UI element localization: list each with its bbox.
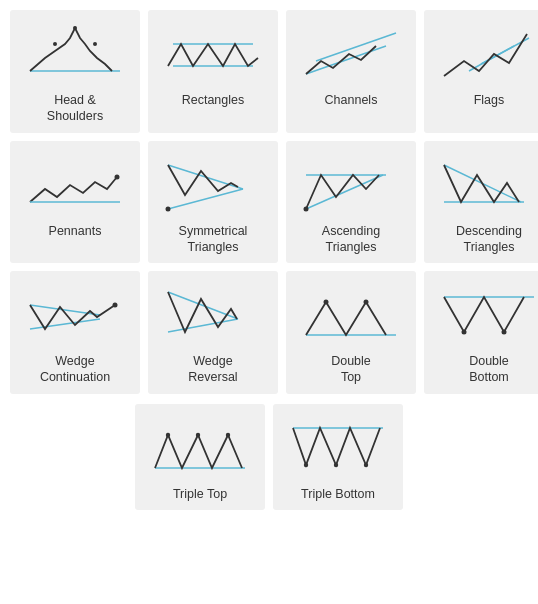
svg-line-16 bbox=[306, 175, 383, 209]
card-label-triple-bottom: Triple Bottom bbox=[301, 486, 375, 502]
ascending-triangles-icon bbox=[301, 147, 401, 217]
card-rectangles[interactable]: Rectangles bbox=[148, 10, 278, 133]
svg-point-29 bbox=[462, 330, 467, 335]
wedge-reversal-icon bbox=[163, 277, 263, 347]
card-channels[interactable]: Channels bbox=[286, 10, 416, 133]
card-label-wedge-continuation: WedgeContinuation bbox=[40, 353, 110, 386]
svg-line-24 bbox=[168, 319, 238, 332]
svg-point-38 bbox=[364, 462, 368, 466]
card-double-bottom[interactable]: DoubleBottom bbox=[424, 271, 538, 394]
rectangles-icon bbox=[163, 16, 263, 86]
card-label-descending-triangles: DescendingTriangles bbox=[456, 223, 522, 256]
svg-point-17 bbox=[304, 206, 309, 211]
head-shoulders-icon bbox=[25, 16, 125, 86]
card-label-double-bottom: DoubleBottom bbox=[469, 353, 509, 386]
svg-point-22 bbox=[113, 303, 118, 308]
card-label-symmetrical-triangles: SymmetricalTriangles bbox=[179, 223, 248, 256]
triple-top-icon bbox=[150, 410, 250, 480]
card-head-shoulders[interactable]: Head &Shoulders bbox=[10, 10, 140, 133]
wedge-continuation-icon bbox=[25, 277, 125, 347]
pennants-icon bbox=[25, 147, 125, 217]
svg-point-26 bbox=[324, 300, 329, 305]
card-label-flags: Flags bbox=[474, 92, 505, 108]
card-label-rectangles: Rectangles bbox=[182, 92, 245, 108]
symmetrical-triangles-icon bbox=[163, 147, 263, 217]
card-label-ascending-triangles: AscendingTriangles bbox=[322, 223, 380, 256]
svg-point-37 bbox=[334, 462, 338, 466]
card-label-double-top: DoubleTop bbox=[331, 353, 371, 386]
svg-point-10 bbox=[115, 174, 120, 179]
card-flags[interactable]: Flags bbox=[424, 10, 538, 133]
svg-point-32 bbox=[166, 432, 170, 436]
card-double-top[interactable]: DoubleTop bbox=[286, 271, 416, 394]
card-label-wedge-reversal: WedgeReversal bbox=[188, 353, 237, 386]
svg-point-14 bbox=[166, 206, 171, 211]
card-triple-top[interactable]: Triple Top bbox=[135, 404, 265, 510]
svg-point-34 bbox=[226, 432, 230, 436]
card-wedge-continuation[interactable]: WedgeContinuation bbox=[10, 271, 140, 394]
svg-line-13 bbox=[168, 189, 243, 209]
svg-point-27 bbox=[364, 300, 369, 305]
card-label-triple-top: Triple Top bbox=[173, 486, 227, 502]
card-label-pennants: Pennants bbox=[49, 223, 102, 239]
card-triple-bottom[interactable]: Triple Bottom bbox=[273, 404, 403, 510]
double-bottom-icon bbox=[439, 277, 538, 347]
bottom-row: Triple Top Triple Bottom bbox=[0, 404, 538, 520]
card-label-head-shoulders: Head &Shoulders bbox=[47, 92, 103, 125]
svg-point-33 bbox=[196, 432, 200, 436]
double-top-icon bbox=[301, 277, 401, 347]
svg-point-30 bbox=[502, 330, 507, 335]
descending-triangles-icon bbox=[439, 147, 538, 217]
card-symmetrical-triangles[interactable]: SymmetricalTriangles bbox=[148, 141, 278, 264]
svg-point-1 bbox=[73, 26, 77, 30]
card-label-channels: Channels bbox=[325, 92, 378, 108]
svg-point-36 bbox=[304, 462, 308, 466]
card-ascending-triangles[interactable]: AscendingTriangles bbox=[286, 141, 416, 264]
card-pennants[interactable]: Pennants bbox=[10, 141, 140, 264]
svg-point-2 bbox=[53, 42, 57, 46]
card-wedge-reversal[interactable]: WedgeReversal bbox=[148, 271, 278, 394]
card-descending-triangles[interactable]: DescendingTriangles bbox=[424, 141, 538, 264]
flags-icon bbox=[439, 16, 538, 86]
channels-icon bbox=[301, 16, 401, 86]
pattern-grid: Head &Shoulders Rectangles Channels Flag… bbox=[0, 0, 538, 404]
triple-bottom-icon bbox=[288, 410, 388, 480]
svg-point-3 bbox=[93, 42, 97, 46]
